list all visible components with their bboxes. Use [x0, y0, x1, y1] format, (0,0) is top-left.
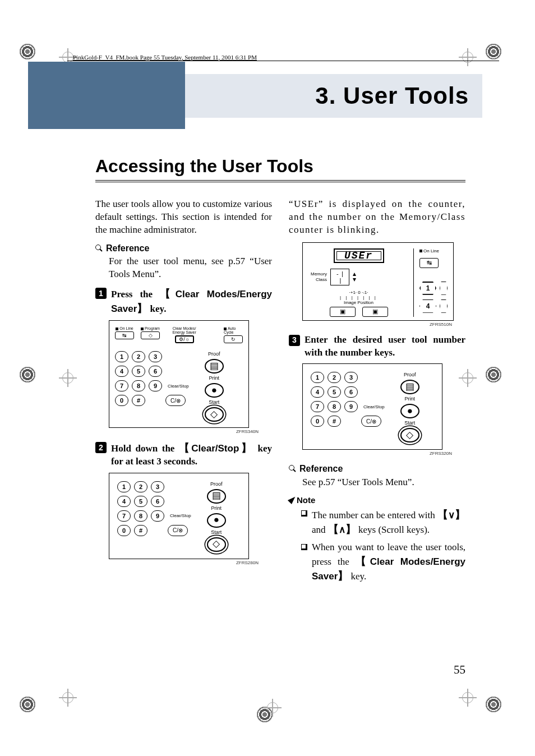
note-item: When you want to leave the user tools, p…	[301, 541, 465, 583]
figure-code: ZFRS320N	[289, 451, 452, 457]
bullet-icon	[301, 510, 307, 517]
figure-code: ZFRS340N	[95, 429, 259, 435]
header-rule	[67, 61, 499, 61]
crop-mark	[20, 697, 35, 712]
section-heading: Accessing the User Tools	[95, 156, 465, 182]
reference-label: Reference	[106, 242, 149, 255]
note-icon	[288, 495, 297, 504]
registration-mark	[459, 689, 478, 708]
crop-mark	[486, 44, 501, 59]
right-intro: “USEr” is displayed on the counter, and …	[289, 198, 465, 237]
step-2-text: Hold down the 【Clear/Stop】 key for at le…	[111, 441, 272, 468]
figure-keypad-2: 123 456 789Clear/Stop 0#C/⊗ Proof ▤ Prin…	[302, 363, 442, 450]
note-label: Note	[297, 495, 315, 506]
registration-mark	[59, 689, 78, 708]
crop-mark	[486, 697, 501, 712]
step-number-3: 3	[289, 335, 300, 346]
figure-display-panel: USEr Memory Class - | | ▴▾ ·+1· 0 ·-1	[302, 242, 454, 321]
reference-icon	[289, 465, 297, 473]
page-number: 55	[454, 663, 465, 677]
figure-code: ZFRS510N	[289, 322, 452, 328]
intro-paragraph: The user tools allow you to customize va…	[95, 198, 272, 237]
chapter-title-bar: 3. User Tools	[185, 74, 482, 118]
step-3-text: Enter the desired user tool number with …	[305, 334, 465, 359]
crop-mark	[20, 44, 35, 59]
note-item: The number can be entered with 【∨】 and 【…	[301, 508, 465, 537]
reference-body: See p.57 “User Tools Menu”.	[302, 476, 465, 489]
crop-mark	[20, 367, 35, 382]
header-stamp: PinkGold-F_V4_FM.book Page 55 Tuesday, S…	[73, 54, 257, 61]
step-number-1: 1	[95, 288, 107, 299]
chapter-number: 3.	[315, 82, 336, 109]
step-1-text: Press the 【Clear Modes/Energy Saver】 key…	[111, 287, 272, 316]
reference-body: For the user tool menu, see p.57 “User T…	[109, 255, 272, 281]
registration-mark	[264, 699, 283, 718]
figure-top-panel: On Line↹ Program◇ Clear Modes/ Energy Sa…	[109, 320, 249, 428]
crop-mark	[486, 367, 501, 382]
reference-label: Reference	[299, 463, 343, 475]
chapter-accent-bar	[28, 62, 185, 129]
reference-icon	[95, 245, 103, 252]
figure-code: ZFRS280N	[95, 560, 259, 566]
bullet-icon	[301, 544, 307, 550]
step-number-2: 2	[95, 442, 107, 453]
chapter-title-text: User Tools	[343, 82, 469, 109]
figure-keypad-1: 123 456 789Clear/Stop 0#C/⊗ Proof ▤ Prin…	[109, 473, 249, 559]
